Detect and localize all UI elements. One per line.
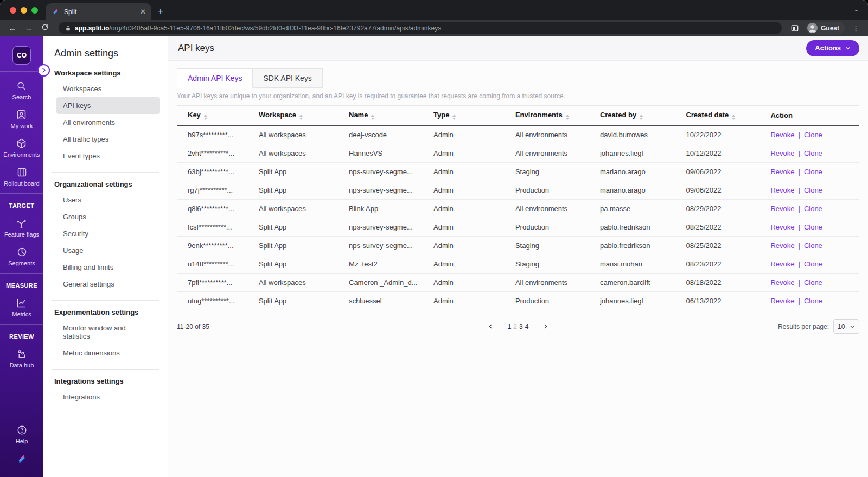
side-panel-icon[interactable] [790, 24, 799, 33]
page-number-3[interactable]: 3 [518, 323, 524, 330]
zoom-window-button[interactable] [31, 7, 38, 14]
column-header-key[interactable]: Key [177, 106, 259, 126]
sidebar-item-data-hub[interactable]: Data hub [10, 348, 34, 368]
close-window-button[interactable] [10, 7, 16, 14]
clone-link[interactable]: Clone [804, 131, 822, 139]
sidebar-item-environments[interactable]: Environments [3, 138, 40, 158]
cell-action: Revoke|Clone [770, 144, 859, 163]
sidebar-item-segments[interactable]: Segments [8, 246, 35, 266]
table-row: fcsf**********...Split Appnps-survey-seg… [177, 218, 859, 237]
divider [52, 172, 159, 173]
back-button[interactable]: ← [5, 23, 20, 33]
sort-icon[interactable] [640, 115, 643, 120]
tab-admin-api-keys[interactable]: Admin API Keys [177, 68, 253, 88]
revoke-link[interactable]: Revoke [770, 223, 794, 231]
sidebar-item-metrics[interactable]: Metrics [12, 297, 31, 317]
clone-link[interactable]: Clone [804, 205, 822, 213]
sort-icon[interactable] [371, 115, 374, 120]
clone-link[interactable]: Clone [804, 278, 822, 287]
close-tab-icon[interactable]: ✕ [140, 8, 146, 16]
admin-nav-item[interactable]: All environments [56, 114, 160, 131]
admin-nav-item[interactable]: Workspaces [56, 80, 160, 97]
tab-sdk-api-keys[interactable]: SDK API Keys [253, 68, 322, 88]
minimize-window-button[interactable] [21, 7, 27, 14]
clone-link[interactable]: Clone [804, 260, 822, 268]
column-header-type[interactable]: Type [433, 106, 515, 126]
column-header-workspace[interactable]: Workspace [259, 106, 349, 126]
cell-key: fcsf**********... [177, 218, 259, 237]
profile-button[interactable]: Guest [806, 22, 845, 35]
cell-type: Admin [433, 181, 515, 200]
browser-menu-icon[interactable]: ⋮ [849, 24, 863, 32]
revoke-link[interactable]: Revoke [770, 278, 794, 287]
clone-link[interactable]: Clone [804, 168, 822, 176]
clone-link[interactable]: Clone [804, 241, 822, 250]
address-bar[interactable]: app.split.io/org/4d3405a0-9ca5-11e5-9706… [59, 22, 782, 34]
revoke-link[interactable]: Revoke [770, 131, 794, 139]
sidebar-item-help[interactable]: Help [16, 424, 28, 444]
prev-page-icon[interactable] [480, 323, 501, 329]
sidebar-item-rollout-board[interactable]: Rollout board [4, 167, 39, 187]
forward-button[interactable]: → [22, 23, 36, 33]
column-header-name[interactable]: Name [349, 106, 433, 126]
admin-nav-item[interactable]: Usage [56, 242, 160, 259]
column-header-created_by[interactable]: Created by [600, 106, 686, 126]
sidebar-item-search[interactable]: Search [12, 80, 31, 100]
revoke-link[interactable]: Revoke [770, 297, 794, 305]
revoke-link[interactable]: Revoke [770, 186, 794, 194]
profile-label: Guest [821, 24, 839, 32]
admin-nav-item[interactable]: Event types [56, 148, 160, 164]
clone-link[interactable]: Clone [804, 297, 822, 305]
clone-link[interactable]: Clone [804, 149, 822, 157]
tab-search-chevron-icon[interactable]: ⌄ [853, 5, 859, 13]
admin-nav-item[interactable]: Metric dimensions [56, 345, 160, 361]
revoke-link[interactable]: Revoke [770, 241, 794, 250]
panel-title: Admin settings [54, 48, 160, 59]
page-number-1[interactable]: 1 [507, 323, 513, 330]
page-number-4[interactable]: 4 [524, 323, 530, 330]
revoke-link[interactable]: Revoke [770, 168, 794, 176]
sort-icon[interactable] [732, 115, 735, 120]
sidebar-item-my-work[interactable]: My work [11, 109, 33, 129]
sidebar-item-feature-flags[interactable]: Feature flags [4, 218, 39, 238]
next-page-icon[interactable] [535, 323, 556, 329]
admin-nav-item[interactable]: Security [56, 225, 160, 242]
split-logo [15, 452, 28, 468]
sidebar-expand-button[interactable] [37, 64, 50, 77]
clone-link[interactable]: Clone [804, 223, 822, 231]
cell-created_by: johannes.liegl [600, 292, 686, 310]
page-number-2[interactable]: 2 [512, 323, 518, 330]
admin-nav-item[interactable]: General settings [56, 276, 160, 292]
admin-nav-item[interactable]: Monitor window and statistics [56, 320, 160, 345]
api-key-tabs: Admin API KeysSDK API Keys [177, 68, 868, 88]
data-hub-icon [16, 348, 28, 360]
column-header-environments[interactable]: Environments [515, 106, 600, 126]
revoke-link[interactable]: Revoke [770, 260, 794, 268]
column-header-created_date[interactable]: Created date [686, 106, 770, 126]
sort-icon[interactable] [452, 115, 456, 120]
admin-nav-item[interactable]: Integrations [56, 389, 160, 405]
cell-name: schluessel [349, 292, 433, 310]
cell-created_by: david.burrowes [600, 125, 686, 144]
sort-icon[interactable] [299, 115, 303, 120]
revoke-link[interactable]: Revoke [770, 149, 794, 157]
cell-name: nps-survey-segme... [349, 181, 433, 200]
browser-tab[interactable]: Split ✕ [46, 3, 151, 20]
admin-nav-item[interactable]: Billing and limits [56, 259, 160, 276]
admin-nav-item[interactable]: All traffic types [56, 131, 160, 148]
sort-icon[interactable] [566, 115, 569, 120]
actions-button[interactable]: Actions [806, 40, 859, 56]
admin-nav-item[interactable]: API keys [56, 97, 160, 114]
admin-nav-item[interactable]: Users [56, 192, 160, 208]
org-logo[interactable]: CO [12, 46, 31, 65]
sort-icon[interactable] [204, 115, 207, 120]
admin-nav-item[interactable]: Groups [56, 208, 160, 225]
cell-created_date: 06/13/2022 [686, 292, 770, 310]
cell-created_by: pablo.fredrikson [600, 237, 686, 255]
reload-button[interactable] [38, 23, 52, 33]
clone-link[interactable]: Clone [804, 186, 822, 194]
cell-key: 2vht**********... [177, 144, 259, 163]
column-header-action: Action [770, 106, 859, 126]
revoke-link[interactable]: Revoke [770, 205, 794, 213]
new-tab-button[interactable]: + [151, 6, 171, 20]
